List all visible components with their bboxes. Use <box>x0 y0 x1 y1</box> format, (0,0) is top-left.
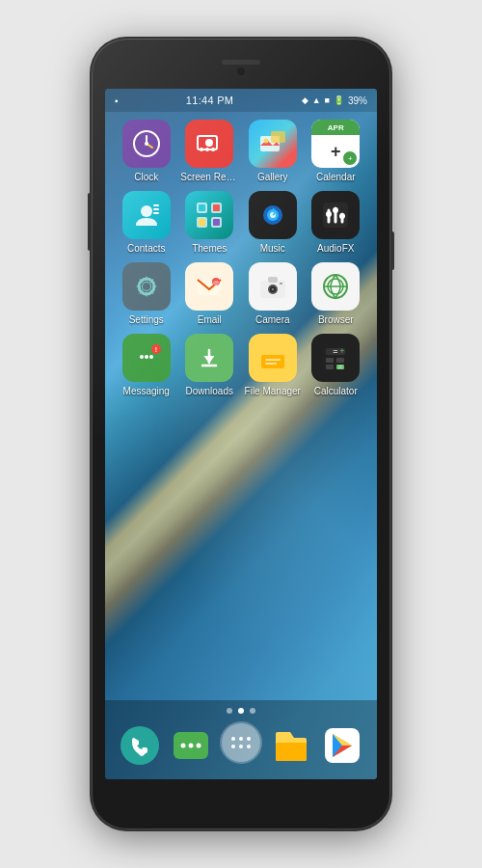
app-contacts[interactable]: Contacts <box>117 191 176 255</box>
messaging-icon: ! <box>122 334 171 382</box>
svg-rect-15 <box>153 208 159 210</box>
dock-row <box>115 721 367 770</box>
svg-point-76 <box>196 744 201 748</box>
app-settings[interactable]: Settings <box>117 262 176 326</box>
app-messaging[interactable]: ! Messaging <box>117 334 176 397</box>
status-notifications: ▪ <box>115 95 119 106</box>
app-camera[interactable]: Camera <box>243 262 303 326</box>
dock-app-drawer[interactable] <box>217 721 265 770</box>
svg-point-5 <box>200 148 203 151</box>
dock <box>105 700 377 779</box>
svg-point-7 <box>211 148 215 151</box>
app-clock[interactable]: Clock <box>117 120 176 183</box>
app-downloads[interactable]: Downloads <box>179 334 239 397</box>
dock-play-icon <box>318 721 366 770</box>
bluetooth-icon: ◆ <box>302 95 308 105</box>
phone-frame: ▪ 11:44 PM ◆ ▲ ■ 🔋 39% <box>92 39 390 829</box>
settings-icon <box>122 262 171 311</box>
themes-label: Themes <box>192 243 227 255</box>
dock-phone-icon <box>116 721 164 770</box>
phone-speaker <box>222 60 260 65</box>
audiofx-icon <box>311 191 360 239</box>
audiofx-label: AudioFX <box>317 243 354 255</box>
svg-point-54 <box>149 355 153 359</box>
dock-dot-2 <box>238 708 244 714</box>
signal-icon: ■ <box>325 95 330 105</box>
app-browser[interactable]: Browser <box>306 262 365 326</box>
status-bar: ▪ 11:44 PM ◆ ▲ ■ 🔋 39% <box>105 89 377 112</box>
svg-rect-46 <box>280 283 282 285</box>
app-row-1: Clock Screen Recod.. <box>115 120 367 183</box>
app-calculator[interactable]: + = = Calculator <box>306 334 365 397</box>
svg-point-8 <box>205 139 213 147</box>
calculator-label: Calculator <box>314 386 358 397</box>
downloads-icon <box>185 334 233 382</box>
svg-rect-60 <box>261 355 284 368</box>
screen-recorder-icon <box>185 120 233 168</box>
svg-rect-21 <box>199 204 205 211</box>
downloads-label: Downloads <box>186 386 233 397</box>
svg-point-81 <box>231 745 235 748</box>
svg-text:=: = <box>334 346 338 356</box>
app-screen-recorder[interactable]: Screen Recod.. <box>179 120 239 183</box>
dock-phone[interactable] <box>116 721 164 770</box>
app-row-3: Settings @ Email <box>115 262 367 326</box>
file-manager-label: File Manager <box>245 386 301 397</box>
svg-point-37 <box>143 283 150 290</box>
app-gallery[interactable]: Gallery <box>243 120 303 183</box>
browser-icon <box>311 262 360 311</box>
dock-dot-3 <box>250 708 255 714</box>
screen-recorder-label: Screen Recod.. <box>180 172 238 183</box>
svg-point-75 <box>188 744 193 748</box>
svg-point-33 <box>333 207 338 213</box>
volume-button[interactable] <box>88 193 92 251</box>
app-grid: Clock Screen Recod.. <box>105 112 377 397</box>
camera-label: Camera <box>255 314 290 326</box>
power-button[interactable] <box>390 231 394 270</box>
svg-rect-69 <box>326 365 334 369</box>
app-calendar[interactable]: APR + + Calendar <box>306 120 365 183</box>
battery-level: 39% <box>348 95 367 106</box>
svg-point-53 <box>145 355 148 359</box>
svg-rect-23 <box>199 219 205 226</box>
dock-files[interactable] <box>267 721 315 770</box>
app-themes[interactable]: Themes <box>179 191 239 255</box>
dock-messenger[interactable] <box>167 721 215 770</box>
svg-point-83 <box>247 745 251 748</box>
music-label: Music <box>260 243 285 255</box>
svg-point-11 <box>263 139 268 144</box>
svg-rect-62 <box>265 363 277 365</box>
dock-dot-1 <box>227 708 232 714</box>
dock-play-store[interactable] <box>318 721 366 770</box>
svg-point-80 <box>247 737 251 741</box>
app-row-4: ! Messaging Downloads <box>115 334 367 397</box>
file-manager-icon <box>249 334 297 382</box>
dock-files-icon <box>267 721 315 770</box>
app-music[interactable]: Music <box>243 191 303 255</box>
svg-rect-61 <box>265 359 281 361</box>
music-icon <box>249 191 297 239</box>
notification-icon: ▪ <box>115 95 119 106</box>
gallery-label: Gallery <box>257 172 288 183</box>
browser-label: Browser <box>318 314 354 326</box>
calculator-icon: + = = <box>311 334 360 382</box>
svg-point-72 <box>120 726 159 765</box>
gallery-icon <box>249 120 297 168</box>
dock-messenger-icon <box>167 721 215 770</box>
app-audiofx[interactable]: AudioFX <box>306 191 365 255</box>
svg-rect-14 <box>153 204 159 206</box>
svg-rect-12 <box>271 131 285 143</box>
svg-text:=: = <box>338 363 343 371</box>
clock-label: Clock <box>134 172 158 183</box>
svg-text:!: ! <box>155 346 157 353</box>
svg-point-3 <box>145 142 148 146</box>
svg-point-74 <box>180 744 185 748</box>
contacts-icon <box>122 191 171 239</box>
app-email[interactable]: @ Email <box>179 262 239 326</box>
svg-rect-16 <box>153 212 159 214</box>
app-file-manager[interactable]: File Manager <box>243 334 303 397</box>
wifi-icon: ▲ <box>312 95 321 105</box>
svg-point-52 <box>140 355 144 359</box>
svg-rect-24 <box>213 219 220 226</box>
app-row-2: Contacts <box>115 191 367 255</box>
